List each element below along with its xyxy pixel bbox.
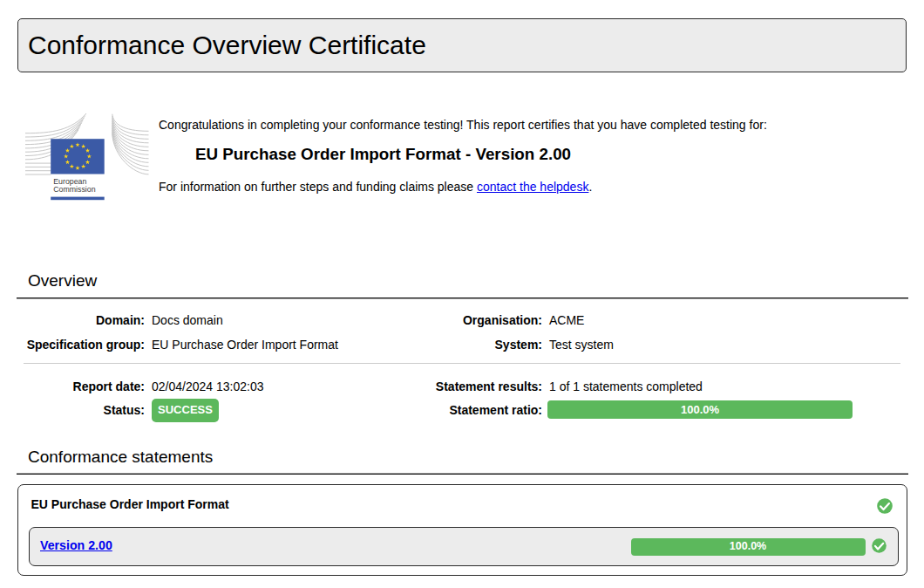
svg-text:European: European: [53, 177, 86, 186]
svg-text:Commission: Commission: [53, 185, 95, 194]
